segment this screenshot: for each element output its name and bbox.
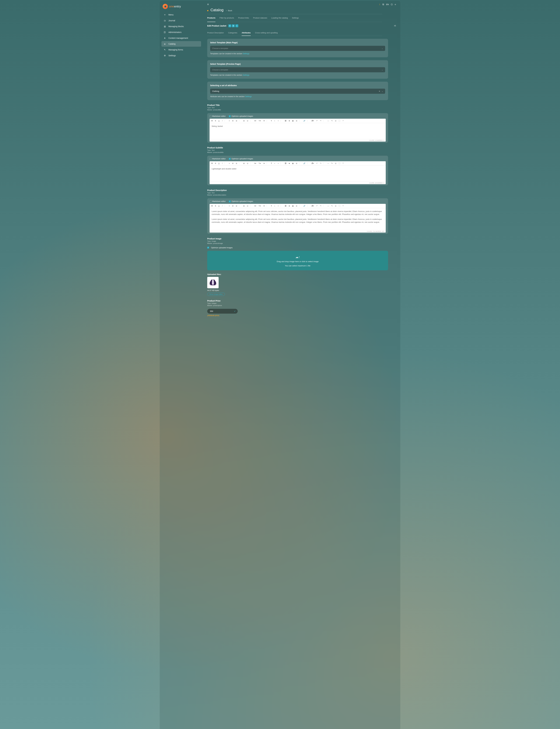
rte-tool[interactable]: U	[218, 162, 220, 165]
rte-tool[interactable]: 🗐▾	[311, 205, 315, 207]
rte-tool[interactable]: 🔗	[303, 162, 306, 165]
rte-tool[interactable]: ¶	[270, 205, 273, 207]
rte-tool[interactable]: I	[221, 119, 223, 122]
rte-tool[interactable]: ▦	[291, 205, 294, 207]
rte-tool[interactable]: ⊞	[243, 119, 245, 122]
rte-tool[interactable]: ✎	[331, 119, 333, 122]
rte-tool[interactable]: ≣	[231, 205, 234, 207]
rte-tool[interactable]: ▦	[291, 162, 294, 165]
rte-tool[interactable]: S	[214, 205, 217, 207]
rte-tool[interactable]: B	[211, 119, 213, 122]
rte-tool[interactable]: 🖼	[284, 162, 287, 165]
rte-tool[interactable]: ⛶	[338, 162, 341, 165]
help-icon[interactable]: ⓘ	[391, 3, 393, 6]
rte-tool[interactable]: I	[221, 205, 223, 207]
rte-tool[interactable]: ↷	[319, 162, 322, 165]
rte-tool[interactable]: S	[214, 162, 217, 165]
select-attribute-set[interactable]: Clothing ✕⌄	[210, 89, 385, 94]
rte-body[interactable]: Lightweight and double-sided	[210, 166, 386, 182]
rte-tool[interactable]: ≡	[228, 205, 230, 207]
rte-tool[interactable]: ⊡	[246, 162, 249, 165]
tab-products[interactable]: Products	[207, 17, 215, 22]
rte-tool[interactable]: ◊▾	[263, 162, 266, 165]
rte-tool[interactable]: ≣	[231, 162, 234, 165]
rte-tool[interactable]: A▾	[254, 119, 257, 122]
rte-tool[interactable]: «	[273, 205, 276, 207]
rte-tool[interactable]: ≡	[228, 119, 230, 122]
checkbox-optimize[interactable]	[229, 201, 231, 202]
lang-switch[interactable]: EN	[386, 3, 389, 6]
rte-tool[interactable]: ≣	[231, 119, 234, 122]
rte-tool[interactable]: ¶	[270, 119, 273, 122]
checkbox-markdown[interactable]	[210, 158, 211, 160]
clear-icon[interactable]: ✕	[379, 90, 380, 92]
rte-tool[interactable]: ▦	[291, 119, 294, 122]
rte-tool[interactable]: B	[211, 205, 213, 207]
rte-tool[interactable]: ⊡	[246, 205, 249, 207]
tab-product-statuses[interactable]: Product statuses	[253, 17, 267, 20]
rte-tool[interactable]: —	[327, 162, 330, 165]
logout-icon[interactable]: ⎋	[395, 3, 396, 6]
rte-tool[interactable]: ⛶	[338, 119, 341, 122]
checkbox-markdown[interactable]	[210, 115, 211, 117]
checkbox-markdown[interactable]	[210, 201, 211, 202]
badge-i[interactable]: I	[235, 24, 238, 27]
rte-tool[interactable]: ⊟	[235, 205, 238, 207]
rte-tool[interactable]: ↷	[319, 205, 322, 207]
rte-tool[interactable]: I	[221, 162, 223, 165]
sidebar-item-content-management[interactable]: ⋔Content management	[161, 35, 201, 41]
rte-tool[interactable]: ⊟	[295, 162, 298, 165]
checkbox-optimize[interactable]	[207, 247, 209, 249]
rte-tool[interactable]: Tt▾	[258, 162, 262, 165]
rte-tool[interactable]: U	[218, 119, 220, 122]
rte-tool[interactable]: ⊟	[295, 205, 298, 207]
rte-tool[interactable]: ⇢	[277, 162, 279, 165]
rte-tool[interactable]: ✎	[331, 205, 333, 207]
settings-link[interactable]: Settings	[243, 53, 249, 55]
rte-tool[interactable]: «	[273, 162, 276, 165]
sidebar-item-settings[interactable]: ⚙Settings	[161, 53, 201, 58]
rte-tool[interactable]: 🔗	[303, 119, 306, 122]
rte-tool[interactable]: S	[214, 119, 217, 122]
rte-tool[interactable]: ⇢	[277, 119, 279, 122]
rte-tool[interactable]: ✎	[331, 162, 333, 165]
rte-tool[interactable]: 🖼	[284, 205, 287, 207]
sidebar-item-journal[interactable]: ◷Journal	[161, 18, 201, 23]
rte-tool[interactable]: B	[211, 162, 213, 165]
rte-tool[interactable]: ⊞	[243, 205, 245, 207]
rte-tool[interactable]: 🗐▾	[311, 119, 315, 122]
theme-toggle-icon[interactable]: ☽	[378, 3, 380, 6]
rte-tool[interactable]: ⊡	[334, 205, 337, 207]
rte-body[interactable]: Skiing Jacket	[210, 123, 386, 139]
rte-tool[interactable]: ?	[342, 205, 344, 207]
rte-tool[interactable]: ⊞	[243, 162, 245, 165]
sidebar-item-menu[interactable]: ≡Menu	[161, 12, 201, 18]
menu-toggle-icon[interactable]: ≡	[207, 3, 209, 6]
rte-tool[interactable]: ↶	[316, 205, 318, 207]
rte-tool[interactable]: 🗐▾	[311, 162, 315, 165]
tab-loading-the-catalog[interactable]: Loading the catalog	[271, 17, 288, 20]
rte-tool[interactable]: Tt▾	[258, 205, 262, 207]
sidebar-item-catalog[interactable]: ≣Catalog	[161, 41, 201, 47]
rte-tool[interactable]: —	[327, 119, 330, 122]
badge-v[interactable]: V	[228, 24, 231, 27]
tab-product-links[interactable]: Product links	[238, 17, 249, 20]
rte-tool[interactable]: ⊟	[235, 119, 238, 122]
subtab-categories[interactable]: Categories	[228, 30, 237, 36]
rte-tool[interactable]: ¶	[270, 162, 273, 165]
select-template-preview[interactable]: Choose a template ⌄	[210, 67, 385, 72]
rte-tool[interactable]: A▾	[254, 205, 257, 207]
rte-tool[interactable]: 🔗	[303, 205, 306, 207]
sidebar-item-administrators[interactable]: ⚿Administrators	[161, 29, 201, 35]
settings-link[interactable]: Settings	[243, 74, 249, 76]
rte-tool[interactable]: ⊡	[334, 119, 337, 122]
rte-tool[interactable]: ■	[288, 205, 291, 207]
settings-link[interactable]: Settings	[245, 96, 252, 98]
rte-tool[interactable]: ⊟	[295, 119, 298, 122]
select-template-main[interactable]: Choose a template ⌄	[210, 46, 385, 51]
rte-tool[interactable]: ?	[342, 162, 344, 165]
show-image-editor-button[interactable]: Show image editor	[207, 293, 225, 296]
rte-tool[interactable]: ◊▾	[263, 119, 266, 122]
rte-tool[interactable]: ?	[342, 119, 344, 122]
tab-filter-by-products[interactable]: Filter by products	[219, 17, 234, 20]
